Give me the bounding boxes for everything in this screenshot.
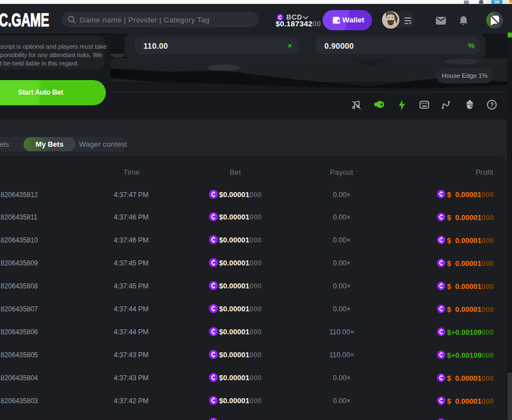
svg-text:?: ? bbox=[490, 102, 494, 108]
